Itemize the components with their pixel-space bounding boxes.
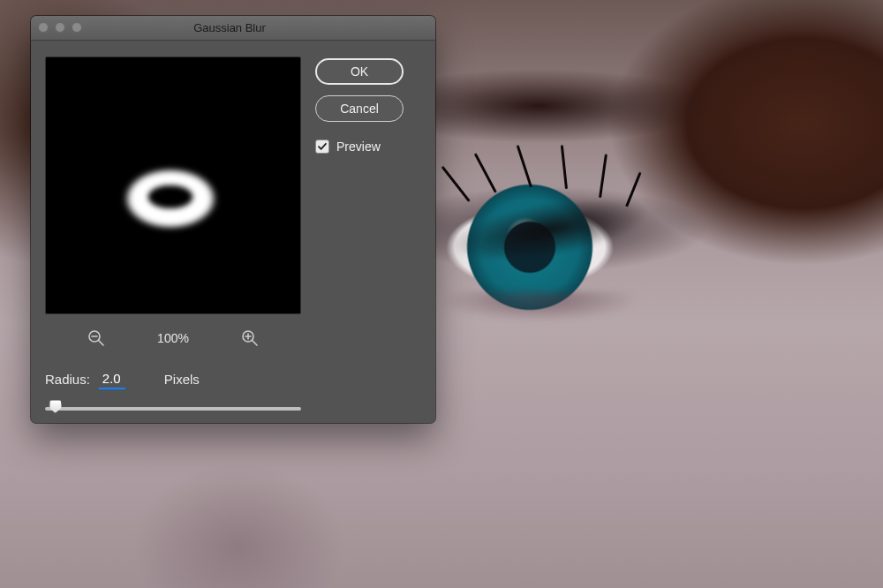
preview-checkbox[interactable] [315, 139, 329, 154]
window-control-close[interactable] [38, 22, 49, 33]
zoom-in-button[interactable] [238, 327, 261, 350]
slider-track [45, 407, 301, 411]
preview-mask-shape [104, 155, 237, 243]
dialog-titlebar[interactable]: Gaussian Blur [31, 16, 435, 41]
zoom-out-icon [87, 329, 105, 347]
ok-button[interactable]: OK [315, 58, 404, 85]
dialog-title: Gaussian Blur [31, 21, 435, 34]
filter-preview-thumbnail[interactable] [45, 57, 301, 314]
radius-input[interactable]: 2.0 [99, 369, 125, 389]
zoom-level-label: 100% [157, 331, 189, 345]
window-control-minimize[interactable] [55, 22, 65, 33]
cancel-button[interactable]: Cancel [315, 95, 404, 122]
radius-slider[interactable] [45, 400, 301, 403]
window-controls [38, 22, 82, 33]
radius-label: Radius: [45, 372, 90, 387]
photo-detail [433, 291, 653, 344]
preview-checkbox-label: Preview [336, 139, 381, 154]
gaussian-blur-dialog: Gaussian Blur 100% [31, 16, 435, 423]
window-control-zoom[interactable] [72, 22, 82, 33]
svg-line-4 [252, 341, 257, 346]
checkmark-icon [317, 141, 328, 152]
zoom-out-button[interactable] [85, 327, 108, 350]
zoom-in-icon [241, 329, 259, 347]
radius-unit-label: Pixels [164, 372, 200, 387]
slider-thumb[interactable] [49, 400, 62, 413]
svg-line-1 [99, 341, 104, 346]
